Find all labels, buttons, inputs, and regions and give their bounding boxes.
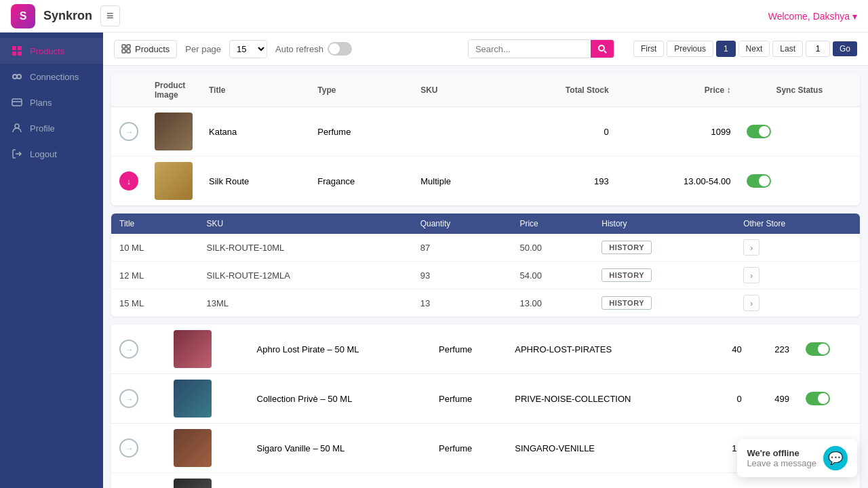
row-type-cell: Perfume [431,325,507,374]
sidebar-item-products[interactable]: Products [0,38,103,64]
sub-history: HISTORY [593,234,735,262]
sidebar-item-logout[interactable]: Logout [0,141,103,167]
main-content: Products Per page 15 10 25 50 100 Auto r… [103,33,868,488]
row-price-cell: 223 [750,325,797,374]
table-header-row: Product Image Title Type SKU Total Stock… [111,74,860,107]
row-expand-arrow[interactable]: → [119,389,138,408]
other-store-chevron[interactable]: › [743,267,760,283]
auto-refresh-label: Auto refresh [275,44,323,54]
sub-other: › [735,234,860,262]
logo-icon: S [11,4,35,28]
sub-other: › [735,289,860,317]
per-page-select[interactable]: 15 10 25 50 100 [229,40,267,58]
row-image-cell [165,473,249,489]
products-table: Product Image Title Type SKU Total Stock… [111,74,860,205]
row-expand-arrow[interactable]: → [119,340,138,359]
svg-rect-12 [127,45,130,48]
row-sku-cell: PRIVE-NOISE-COLLECTION [507,374,709,424]
product-image [174,479,212,488]
row-type-cell: Perfume [431,374,507,424]
col-type: Type [309,74,412,107]
row-price-cell: 499 [750,374,797,424]
sidebar-plans-label: Plans [30,98,52,108]
row-expand-arrow[interactable]: → [119,439,138,458]
sidebar-item-connections[interactable]: Connections [0,64,103,89]
row-sku-cell: APHRO-LOST-PIRATES [507,325,709,374]
row-arrow-cell: → [111,424,165,473]
sidebar-item-plans[interactable]: Plans [0,89,103,115]
sub-table-row: 15 ML 13ML 13 13.00 HISTORY › [111,289,860,317]
history-button[interactable]: HISTORY [601,268,652,282]
history-button[interactable]: HISTORY [601,241,652,254]
col-arrow [111,74,146,107]
row-title-cell: Silk Route [201,157,309,206]
sub-history: HISTORY [593,289,735,317]
search-input[interactable] [469,41,591,58]
row-title-cell: Sigaro Vanille – 50 ML [249,424,431,473]
first-page-button[interactable]: First [633,41,664,57]
row-sync-cell [738,157,860,206]
previous-page-button[interactable]: Previous [667,41,713,57]
sub-title: 15 ML [111,289,198,317]
svg-rect-0 [12,46,16,50]
go-button[interactable]: Go [833,41,857,56]
row-stock-cell: 40 [710,325,750,374]
sync-toggle[interactable] [806,392,830,405]
pagination: First Previous 1 Next Last Go [633,41,857,57]
row-expand-arrow-down[interactable]: ↓ [119,171,138,190]
sidebar-profile-label: Profile [30,123,55,134]
sub-qty: 13 [412,289,512,317]
sync-toggle[interactable] [747,174,771,188]
sub-qty: 87 [412,234,512,262]
layout: Products Connections Plans [0,33,868,488]
products-button[interactable]: Products [114,40,177,58]
row-stock-cell: 0 [710,374,750,424]
sidebar-connections-label: Connections [30,72,79,82]
search-button[interactable] [591,40,614,58]
row-arrow-cell: → [111,374,165,424]
product-image [155,162,193,200]
sub-price: 50.00 [511,234,593,262]
current-page-button[interactable]: 1 [716,41,736,57]
row-arrow-cell: → [111,107,146,157]
row-expand-arrow[interactable]: → [119,122,138,141]
sub-col-price: Price [511,214,593,234]
table-row: → Aphro Lost Pirate – 50 ML Perfume APHR… [111,325,860,374]
row-type-cell: Perfume [431,473,507,489]
row-sku-cell: NOIER-GIFT [507,473,709,489]
chat-button[interactable]: 💬 [823,446,848,470]
sidebar-item-profile[interactable]: Profile [0,115,103,141]
row-sync-cell [797,325,860,374]
other-store-chevron[interactable]: › [743,239,760,256]
welcome-text[interactable]: Welcome, Dakshya ▾ [768,11,857,22]
hamburger-button[interactable]: ≡ [100,5,120,26]
sub-price: 13.00 [511,289,593,317]
table-row: → Katana Perfume 0 1099 [111,107,860,157]
sync-toggle[interactable] [806,342,830,356]
sync-toggle[interactable] [747,125,771,138]
row-title-cell: Aphro Lost Pirate – 50 ML [249,325,431,374]
next-page-button[interactable]: Next [738,41,770,57]
sub-table: Title SKU Quantity Price History Other S… [111,214,860,317]
col-stock: Total Stock [502,74,617,107]
logo-name: Synkron [43,9,92,23]
other-store-chevron[interactable]: › [743,295,760,311]
svg-rect-2 [12,52,16,56]
auto-refresh-switch[interactable] [328,42,352,56]
chat-widget: We're offline Leave a message 💬 [737,439,857,477]
page-input[interactable] [806,41,830,57]
history-button[interactable]: HISTORY [601,296,652,310]
per-page-label: Per page [185,44,221,54]
row-sku-cell: SINGARO-VENILLE [507,424,709,473]
chat-subtitle: Leave a message [747,458,816,468]
sub-sku: SILK-ROUTE-10ML [198,234,412,262]
col-price: Price ↕ [617,74,739,107]
svg-rect-14 [127,49,130,53]
last-page-button[interactable]: Last [772,41,803,57]
row-sku-cell: Multiple [412,157,502,206]
row-arrow-cell: → [111,473,165,489]
row-price-cell: 13.00-54.00 [617,157,739,206]
svg-point-9 [15,124,19,128]
row-price-cell: 1099 [617,107,739,157]
sub-col-history: History [593,214,735,234]
